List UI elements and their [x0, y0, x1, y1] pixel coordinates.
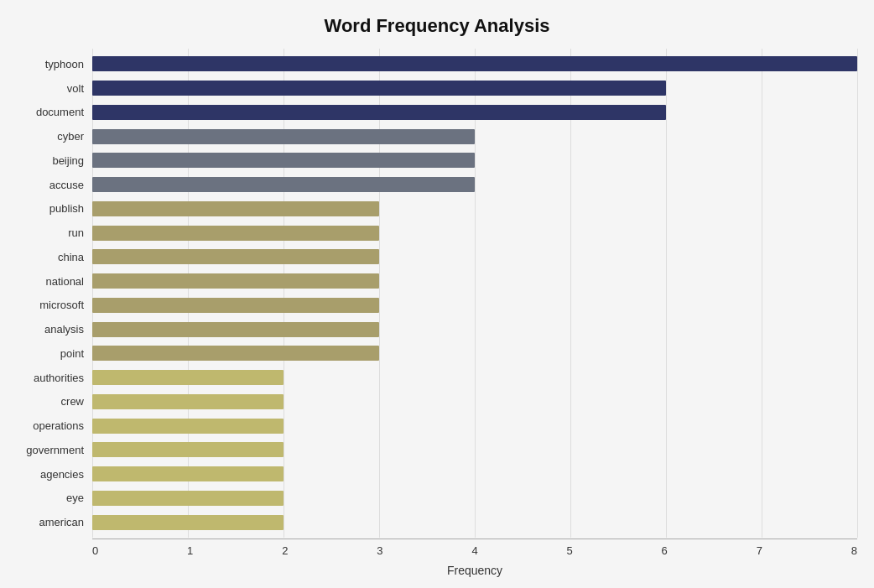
bar-analysis — [92, 322, 379, 337]
bar-row-authorities — [92, 368, 857, 387]
bar-cyber — [92, 129, 475, 144]
bar-eye — [92, 491, 284, 506]
y-label-typhoon: typhoon — [0, 55, 91, 73]
bar-row-typhoon — [92, 55, 857, 73]
y-label-analysis: analysis — [0, 320, 91, 339]
bar-china — [92, 249, 379, 264]
bar-authorities — [92, 370, 284, 385]
y-label-cyber: cyber — [0, 127, 91, 146]
y-label-china: china — [0, 247, 91, 266]
bar-row-beijing — [92, 151, 857, 169]
bar-row-analysis — [92, 320, 857, 339]
y-label-american: american — [0, 513, 91, 532]
bar-row-china — [92, 247, 857, 266]
bar-crew — [92, 394, 284, 409]
bar-row-operations — [92, 417, 857, 435]
bar-row-publish — [92, 200, 857, 218]
y-label-government: government — [0, 440, 91, 459]
x-tick-5: 5 — [566, 544, 572, 557]
bar-row-document — [92, 103, 857, 122]
x-tick-4: 4 — [471, 544, 477, 557]
y-label-agencies: agencies — [0, 465, 91, 483]
y-label-accuse: accuse — [0, 175, 91, 194]
y-label-point: point — [0, 344, 91, 362]
bar-government — [92, 442, 284, 457]
bar-row-national — [92, 272, 857, 290]
x-tick-labels: 012345678 — [92, 539, 857, 557]
y-label-document: document — [0, 103, 91, 122]
bar-beijing — [92, 153, 475, 168]
y-label-run: run — [0, 224, 91, 242]
bar-point — [92, 346, 379, 361]
bar-row-eye — [92, 489, 857, 507]
x-tick-6: 6 — [662, 544, 668, 557]
bar-run — [92, 226, 379, 241]
bar-row-accuse — [92, 175, 857, 194]
x-tick-7: 7 — [757, 544, 762, 557]
bar-row-volt — [92, 79, 857, 97]
bar-accuse — [92, 177, 475, 192]
bar-row-cyber — [92, 127, 857, 146]
grid-line-8 — [857, 49, 858, 538]
bar-document — [92, 105, 666, 120]
x-tick-3: 3 — [377, 544, 382, 557]
bar-row-microsoft — [92, 296, 857, 315]
x-tick-0: 0 — [92, 544, 98, 557]
chart-area — [92, 49, 857, 538]
y-label-beijing: beijing — [0, 151, 91, 169]
x-tick-2: 2 — [282, 544, 288, 557]
y-label-publish: publish — [0, 200, 91, 218]
bar-microsoft — [92, 298, 379, 313]
y-axis-labels: typhoonvoltdocumentcyberbeijingaccusepub… — [0, 49, 91, 538]
x-tick-8: 8 — [851, 544, 857, 557]
bar-american — [92, 515, 284, 530]
y-label-eye: eye — [0, 489, 91, 507]
y-label-volt: volt — [0, 79, 91, 97]
bar-national — [92, 273, 379, 289]
chart-title: Word Frequency Analysis — [0, 15, 874, 37]
y-label-crew: crew — [0, 393, 91, 411]
bar-row-run — [92, 224, 857, 242]
bar-typhoon — [92, 56, 857, 71]
bar-row-government — [92, 440, 857, 459]
y-label-operations: operations — [0, 417, 91, 435]
x-axis-title: Frequency — [92, 564, 857, 577]
bar-row-crew — [92, 393, 857, 411]
chart-container: Word Frequency Analysis typhoonvoltdocum… — [0, 0, 874, 588]
bars-wrapper — [92, 49, 857, 538]
bar-row-point — [92, 344, 857, 362]
x-tick-1: 1 — [187, 544, 193, 557]
bar-row-american — [92, 513, 857, 532]
bar-agencies — [92, 466, 284, 481]
y-label-national: national — [0, 272, 91, 290]
x-axis: 012345678 Frequency — [92, 539, 857, 588]
bar-operations — [92, 419, 284, 434]
bar-publish — [92, 201, 379, 216]
y-label-microsoft: microsoft — [0, 296, 91, 315]
y-label-authorities: authorities — [0, 368, 91, 387]
bar-volt — [92, 81, 666, 96]
bar-row-agencies — [92, 465, 857, 483]
